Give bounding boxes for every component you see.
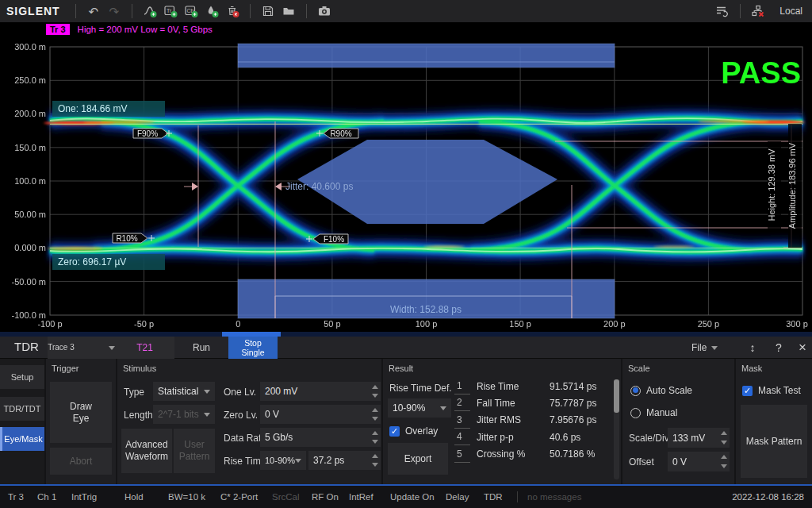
preset-recall-icon[interactable]	[712, 2, 733, 21]
scale-div-input[interactable]: 133 mV	[668, 428, 730, 448]
resize-panel-icon[interactable]: ↕	[741, 337, 764, 359]
height-annotation: Height: 129.38 mV	[767, 148, 776, 221]
result-scrollbar[interactable]	[614, 379, 619, 479]
svg-text:Tr: Tr	[167, 8, 172, 13]
trace-selector[interactable]: Trace 3	[48, 337, 115, 359]
status-trace[interactable]: Tr 3	[8, 492, 37, 502]
zero-level-input[interactable]: 0 V	[260, 405, 381, 424]
sidebar-item-setup[interactable]: Setup	[0, 365, 44, 389]
draw-eye-button[interactable]: Draw Eye	[50, 382, 112, 443]
status-hold[interactable]: Hold	[124, 492, 168, 502]
stepper-icon[interactable]	[372, 431, 378, 444]
zero-level-label: Zero: 696.17 µV	[58, 256, 126, 267]
sidebar-item-eye-mask[interactable]: Eye/Mask	[0, 427, 44, 451]
screenshot-icon[interactable]	[314, 2, 335, 21]
divider	[75, 4, 76, 18]
panel-title: TDR	[14, 340, 39, 353]
status-delay[interactable]: Delay	[446, 492, 484, 502]
status-srccal[interactable]: SrcCal	[272, 492, 312, 502]
jitter-annotation: Jitter: 40.600 ps	[285, 181, 353, 192]
status-channel[interactable]: Ch 1	[37, 492, 71, 502]
result-scrollbar-thumb[interactable]	[614, 379, 619, 413]
manual-scale-radio[interactable]: Manual	[630, 407, 677, 418]
result-group-header: Result	[389, 364, 413, 373]
trigger-group-header: Trigger	[52, 364, 79, 373]
svg-text:200.0 m: 200.0 m	[14, 109, 46, 118]
one-level-input[interactable]: 200 mV	[260, 382, 381, 401]
eye-diagram-plot[interactable]: Jitter: 40.600 ps Width: 152.88 ps Heigh…	[0, 22, 812, 337]
stepper-icon[interactable]	[372, 454, 378, 467]
add-channel-icon[interactable]: Cb	[181, 2, 201, 21]
svg-text:150.0 m: 150.0 m	[14, 143, 46, 152]
add-marker-icon[interactable]	[201, 2, 222, 21]
abort-button[interactable]: Abort	[50, 448, 112, 475]
tab-t21[interactable]: T21	[115, 337, 174, 359]
status-trigger[interactable]: IntTrig	[71, 492, 124, 502]
f10-marker: F10%	[324, 235, 344, 244]
table-row[interactable]: 1Rise Time91.5714 ps	[454, 378, 610, 394]
table-row[interactable]: 2Fall Time75.7787 ps	[454, 394, 610, 411]
length-dropdown[interactable]: 2^7-1 bits	[153, 405, 215, 424]
one-level-label: One: 184.66 mV	[58, 103, 127, 114]
status-mode[interactable]: TDR	[484, 492, 508, 502]
run-button[interactable]: Run	[174, 337, 228, 359]
svg-text:50.00 m: 50.00 m	[14, 210, 46, 219]
trigger-group: Trigger Draw Eye Abort	[46, 359, 116, 484]
rise-time-input[interactable]: 37.2 ps	[308, 451, 381, 470]
stimulus-group: Stimulus Type Statistical Length 2^7-1 b…	[117, 359, 381, 484]
status-intref[interactable]: IntRef	[349, 492, 390, 502]
length-label: Length	[124, 410, 153, 421]
svg-text:100.0 m: 100.0 m	[14, 176, 46, 186]
scope-area: Tr 3 High = 200 mV Low = 0V, 5 Gbps	[0, 22, 812, 337]
status-datetime: 2022-12-08 16:28	[732, 492, 804, 502]
divider	[306, 4, 307, 18]
redo-icon[interactable]: ↷	[104, 2, 124, 21]
save-icon[interactable]	[258, 2, 278, 21]
status-update[interactable]: Update On	[390, 492, 446, 502]
status-rf[interactable]: RF On	[312, 492, 349, 502]
add-waveform-icon[interactable]	[140, 2, 160, 21]
width-annotation: Width: 152.88 ps	[390, 304, 462, 315]
stepper-icon[interactable]	[372, 385, 378, 398]
overlay-checkbox[interactable]: Overlay	[389, 425, 438, 437]
top-toolbar: SIGLENT ↶ ↷ Tr Cb	[0, 0, 812, 22]
local-remote-label[interactable]: Local	[779, 6, 802, 17]
close-panel-icon[interactable]: ×	[791, 337, 812, 359]
rise-time-def-dropdown[interactable]: 10-90%	[260, 451, 306, 470]
user-pattern-button[interactable]: User Pattern	[174, 429, 215, 473]
auto-scale-radio[interactable]: Auto Scale	[630, 385, 692, 396]
table-row[interactable]: 5Crossing %50.7186 %	[454, 446, 610, 463]
export-button[interactable]: Export	[388, 443, 448, 475]
mask-pattern-button[interactable]: Mask Pattern	[741, 405, 807, 478]
open-file-icon[interactable]	[278, 2, 299, 21]
delete-trace-icon[interactable]	[222, 2, 243, 21]
undo-icon[interactable]: ↶	[83, 2, 104, 21]
result-rise-def-dropdown[interactable]: 10-90%	[388, 398, 451, 418]
table-row[interactable]: 4Jitter p-p40.6 ps	[454, 429, 610, 445]
svg-text:-50 p: -50 p	[134, 319, 154, 329]
jitter-arrow-right	[275, 183, 282, 190]
mask-group-header: Mask	[741, 364, 762, 373]
chevron-down-icon	[204, 413, 210, 417]
table-row[interactable]: 3Jitter RMS7.95676 ps	[454, 412, 610, 429]
svg-text:0.000 m: 0.000 m	[14, 243, 46, 252]
network-error-icon[interactable]	[748, 2, 768, 21]
advanced-waveform-button[interactable]: Advanced Waveform	[121, 429, 172, 473]
mask-test-checkbox[interactable]: Mask Test	[742, 385, 801, 396]
sidebar-item-tdr-tdt[interactable]: TDR/TDT	[0, 397, 44, 421]
add-trace-icon[interactable]: Tr	[160, 2, 181, 21]
trace-tag[interactable]: Tr 3	[46, 24, 70, 35]
status-bandwidth[interactable]: BW=10 k	[168, 492, 220, 502]
file-menu[interactable]: File	[691, 337, 718, 359]
stop-single-button[interactable]: Stop Single	[228, 337, 278, 359]
stepper-icon[interactable]	[372, 408, 378, 421]
divider	[740, 4, 741, 18]
stepper-icon[interactable]	[721, 455, 727, 468]
offset-input[interactable]: 0 V	[668, 452, 730, 471]
stimulus-group-header: Stimulus	[123, 364, 156, 373]
help-icon[interactable]: ?	[768, 337, 790, 359]
status-cal[interactable]: C* 2-Port	[220, 492, 272, 502]
stepper-icon[interactable]	[721, 431, 727, 444]
type-dropdown[interactable]: Statistical	[153, 382, 215, 401]
data-rate-input[interactable]: 5 Gb/s	[260, 428, 381, 447]
